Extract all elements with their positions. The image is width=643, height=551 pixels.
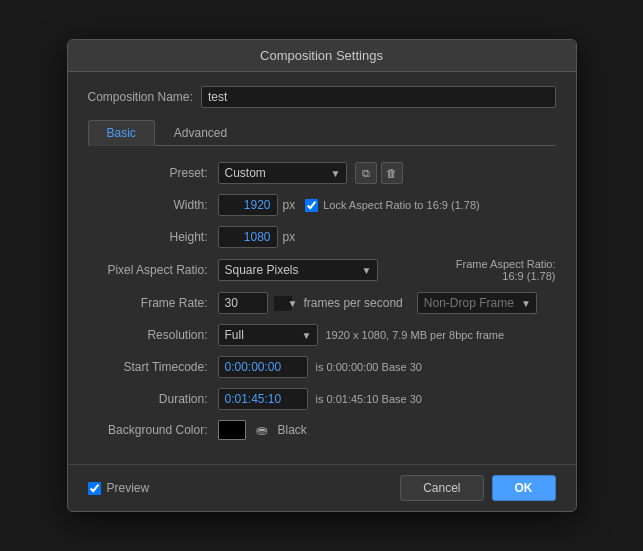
width-unit: px — [283, 198, 296, 212]
start-timecode-control: is 0:00:00:00 Base 30 — [218, 356, 556, 378]
pixel-aspect-select-wrapper: Square Pixels D1/DV NTSC (0.91) D1/DV PA… — [218, 259, 378, 281]
height-label: Height: — [88, 230, 218, 244]
lock-aspect-checkbox[interactable] — [305, 199, 318, 212]
frame-rate-control: ▼ frames per second Non-Drop Frame Drop … — [218, 292, 556, 314]
width-input[interactable] — [218, 194, 278, 216]
height-input[interactable] — [218, 226, 278, 248]
resolution-row: Resolution: Full Half Third Quarter Cust… — [88, 324, 556, 346]
start-timecode-input[interactable] — [218, 356, 308, 378]
cancel-button[interactable]: Cancel — [400, 475, 483, 501]
preview-check-label[interactable]: Preview — [88, 481, 150, 495]
eyedropper-button[interactable]: ⛂ — [252, 422, 272, 438]
frame-aspect-title: Frame Aspect Ratio: — [456, 258, 556, 270]
resolution-info: 1920 x 1080, 7.9 MB per 8bpc frame — [326, 329, 505, 341]
width-control: px Lock Aspect Ratio to 16:9 (1.78) — [218, 194, 556, 216]
bg-color-name: Black — [278, 423, 307, 437]
dialog-title: Composition Settings — [68, 40, 576, 72]
preset-control: Custom HDTV 1080 29.97 HDTV 1080 25 NTSC… — [218, 162, 556, 184]
fps-unit-label: frames per second — [303, 296, 402, 310]
start-timecode-label: Start Timecode: — [88, 360, 218, 374]
preset-row: Preset: Custom HDTV 1080 29.97 HDTV 1080… — [88, 162, 556, 184]
frame-rate-row: Frame Rate: ▼ frames per second Non-Drop… — [88, 292, 556, 314]
tab-advanced[interactable]: Advanced — [155, 120, 246, 146]
ok-button[interactable]: OK — [492, 475, 556, 501]
frame-rate-input[interactable] — [218, 292, 268, 314]
duration-control: is 0:01:45:10 Base 30 — [218, 388, 556, 410]
resolution-control: Full Half Third Quarter Custom ▼ 1920 x … — [218, 324, 556, 346]
duplicate-icon: ⧉ — [362, 167, 370, 180]
preset-select[interactable]: Custom HDTV 1080 29.97 HDTV 1080 25 NTSC… — [218, 162, 347, 184]
duration-input[interactable] — [218, 388, 308, 410]
non-drop-wrapper: Non-Drop Frame Drop Frame ▼ — [417, 292, 537, 314]
pixel-aspect-row: Pixel Aspect Ratio: Square Pixels D1/DV … — [88, 258, 556, 282]
duration-row: Duration: is 0:01:45:10 Base 30 — [88, 388, 556, 410]
fps-dropdown-wrapper: ▼ — [274, 296, 298, 311]
footer-buttons: Cancel OK — [400, 475, 555, 501]
width-row: Width: px Lock Aspect Ratio to 16:9 (1.7… — [88, 194, 556, 216]
height-unit: px — [283, 230, 296, 244]
pixel-aspect-control: Square Pixels D1/DV NTSC (0.91) D1/DV PA… — [218, 258, 556, 282]
bg-color-label: Background Color: — [88, 423, 218, 437]
comp-name-label: Composition Name: — [88, 90, 193, 104]
resolution-label: Resolution: — [88, 328, 218, 342]
trash-icon: 🗑 — [386, 167, 397, 179]
duplicate-preset-button[interactable]: ⧉ — [355, 162, 377, 184]
resolution-select[interactable]: Full Half Third Quarter Custom — [218, 324, 318, 346]
dialog-footer: Preview Cancel OK — [68, 464, 576, 511]
height-row: Height: px — [88, 226, 556, 248]
start-timecode-row: Start Timecode: is 0:00:00:00 Base 30 — [88, 356, 556, 378]
non-drop-select[interactable]: Non-Drop Frame Drop Frame — [417, 292, 537, 314]
bg-color-control: ⛂ Black — [218, 420, 556, 440]
start-timecode-info: is 0:00:00:00 Base 30 — [316, 361, 422, 373]
frame-aspect-box: Frame Aspect Ratio: 16:9 (1.78) — [456, 258, 556, 282]
fps-dropdown[interactable] — [274, 296, 292, 311]
dialog-body: Composition Name: Basic Advanced Preset:… — [68, 72, 576, 464]
duration-info: is 0:01:45:10 Base 30 — [316, 393, 422, 405]
pixel-aspect-label: Pixel Aspect Ratio: — [88, 263, 218, 277]
comp-name-input[interactable] — [201, 86, 556, 108]
lock-aspect-row: Lock Aspect Ratio to 16:9 (1.78) — [305, 199, 480, 212]
resolution-select-wrapper: Full Half Third Quarter Custom ▼ — [218, 324, 318, 346]
width-label: Width: — [88, 198, 218, 212]
bg-color-swatch[interactable] — [218, 420, 246, 440]
preview-label: Preview — [107, 481, 150, 495]
preset-label: Preset: — [88, 166, 218, 180]
tabs-container: Basic Advanced — [88, 120, 556, 146]
composition-settings-dialog: Composition Settings Composition Name: B… — [67, 39, 577, 512]
duration-label: Duration: — [88, 392, 218, 406]
lock-aspect-label: Lock Aspect Ratio to 16:9 (1.78) — [323, 199, 480, 211]
frame-rate-label: Frame Rate: — [88, 296, 218, 310]
preview-checkbox[interactable] — [88, 482, 101, 495]
delete-preset-button[interactable]: 🗑 — [381, 162, 403, 184]
tab-basic[interactable]: Basic — [88, 120, 155, 146]
preset-icons: ⧉ 🗑 — [355, 162, 403, 184]
pixel-aspect-select[interactable]: Square Pixels D1/DV NTSC (0.91) D1/DV PA… — [218, 259, 378, 281]
preset-select-wrapper: Custom HDTV 1080 29.97 HDTV 1080 25 NTSC… — [218, 162, 347, 184]
frame-aspect-value: 16:9 (1.78) — [456, 270, 556, 282]
height-control: px — [218, 226, 556, 248]
bg-color-row: Background Color: ⛂ Black — [88, 420, 556, 440]
comp-name-row: Composition Name: — [88, 86, 556, 108]
